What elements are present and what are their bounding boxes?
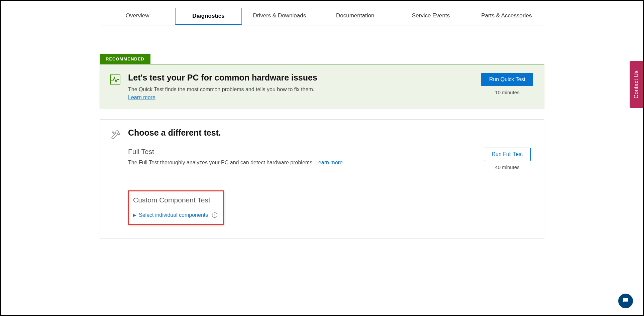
nav-tabs: Overview Diagnostics Drivers & Downloads…: [100, 8, 544, 25]
tab-overview[interactable]: Overview: [100, 8, 175, 25]
full-test-row: Full Test The Full Test thoroughly analy…: [128, 148, 534, 178]
chat-fab[interactable]: [618, 294, 633, 308]
svg-point-5: [627, 299, 628, 300]
svg-point-3: [624, 299, 625, 300]
divider: [128, 182, 534, 182]
different-test-title: Choose a different test.: [128, 128, 534, 138]
main-scroll-area[interactable]: Overview Diagnostics Drivers & Downloads…: [1, 1, 643, 315]
select-components-label: Select individual components: [139, 212, 208, 218]
heartbeat-icon: [110, 74, 121, 85]
quick-test-learn-more-link[interactable]: Learn more: [128, 95, 155, 100]
quick-test-time: 10 minutes: [495, 90, 519, 95]
tab-service-events[interactable]: Service Events: [393, 8, 468, 25]
full-test-learn-more-link[interactable]: Learn more: [315, 160, 343, 165]
full-test-time: 40 minutes: [495, 164, 519, 170]
custom-component-title: Custom Component Test: [133, 196, 217, 204]
svg-point-4: [626, 299, 626, 300]
contact-us-tab[interactable]: Contact Us: [630, 61, 643, 108]
run-quick-test-button[interactable]: Run Quick Test: [481, 73, 533, 86]
full-test-title: Full Test: [128, 148, 480, 156]
custom-component-highlight: Custom Component Test ▶ Select individua…: [128, 190, 224, 225]
quick-test-description: The Quick Test finds the most common pro…: [128, 87, 473, 93]
run-full-test-button[interactable]: Run Full Test: [484, 148, 530, 161]
chat-icon: [622, 297, 629, 305]
tab-drivers-downloads[interactable]: Drivers & Downloads: [242, 8, 317, 25]
tab-parts-accessories[interactable]: Parts & Accessories: [469, 8, 544, 25]
info-icon[interactable]: !: [212, 212, 217, 218]
quick-test-card: Let's test your PC for common hardware i…: [100, 64, 544, 109]
tools-icon: [110, 129, 121, 140]
different-test-card: Choose a different test. Full Test The F…: [100, 119, 544, 239]
tab-diagnostics[interactable]: Diagnostics: [175, 8, 241, 25]
tab-documentation[interactable]: Documentation: [317, 8, 393, 25]
full-test-description: The Full Test thoroughly analyzes your P…: [128, 160, 315, 165]
recommended-badge: RECOMMENDED: [100, 54, 150, 64]
caret-right-icon: ▶: [133, 213, 136, 217]
quick-test-title: Let's test your PC for common hardware i…: [128, 73, 473, 83]
select-components-toggle[interactable]: ▶ Select individual components !: [133, 212, 217, 218]
